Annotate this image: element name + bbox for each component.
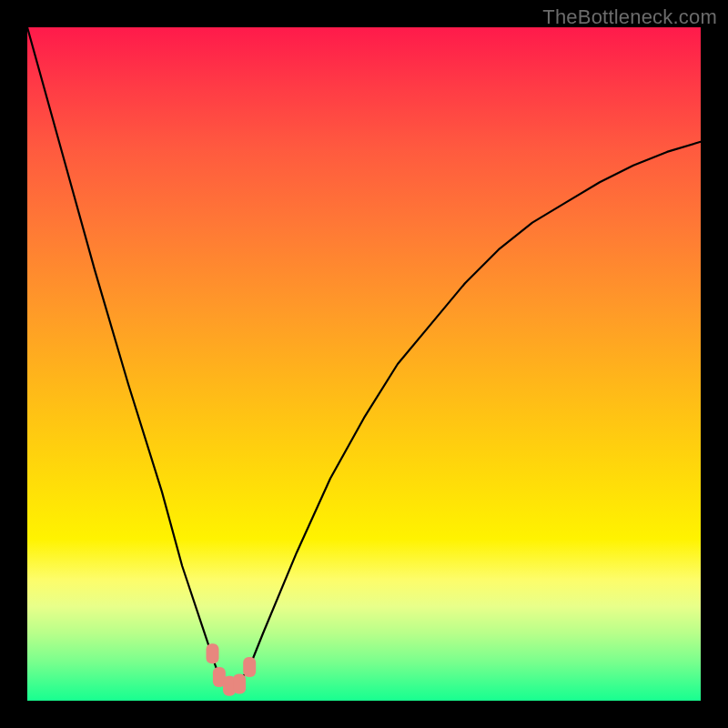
highlight-markers [207, 643, 257, 696]
highlight-marker [243, 657, 256, 677]
bottleneck-curve-plot [27, 27, 701, 701]
chart-area [27, 27, 701, 701]
highlight-marker [207, 643, 219, 663]
highlight-marker [233, 674, 246, 694]
bottleneck-curve [27, 27, 701, 687]
attribution-text: TheBottleneck.com [542, 5, 717, 29]
